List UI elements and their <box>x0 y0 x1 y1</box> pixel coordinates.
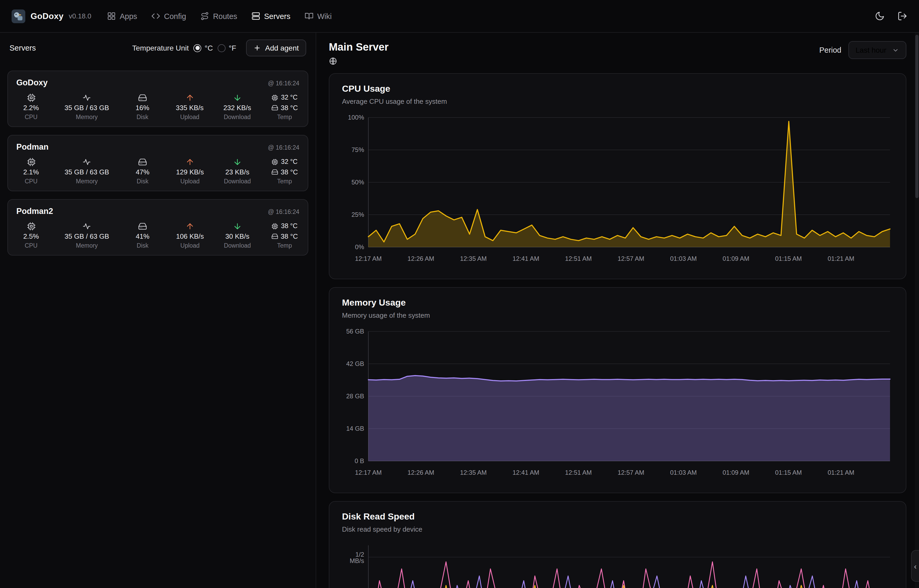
download-label: Download <box>224 114 250 120</box>
godoxy-logo <box>11 9 25 23</box>
disk-temp-icon <box>271 169 278 176</box>
cpu-label: CPU <box>25 242 38 249</box>
nav-item-routes[interactable]: Routes <box>200 11 237 21</box>
server-stats: 2.5% CPU 35 GB / 63 GB Memory 41% Disk <box>16 221 299 249</box>
stat-memory: 35 GB / 63 GB Memory <box>65 221 109 249</box>
cpu-chip-icon <box>27 221 36 231</box>
server-card-header: Podman2 @ 16:16:24 <box>16 207 299 216</box>
layout: Servers Temperature Unit °C °F <box>0 33 919 588</box>
cpu-value: 2.5% <box>23 231 39 241</box>
server-card[interactable]: Podman2 @ 16:16:24 2.5% CPU 35 GB / 63 G… <box>7 199 308 255</box>
memory-label: Memory <box>76 114 98 120</box>
svg-text:1/2MB/s: 1/2MB/s <box>350 551 364 564</box>
download-value: 30 KB/s <box>225 231 249 241</box>
svg-text:0%: 0% <box>355 244 364 250</box>
stat-download: 232 KB/s Download <box>223 92 251 120</box>
disk-value: 41% <box>136 231 149 241</box>
apps-grid-icon <box>107 11 116 21</box>
panel-collapse-handle[interactable]: ‹ <box>911 550 919 582</box>
godoxy-app: GoDoxy v0.18.0 Apps Config Routes <box>0 0 919 588</box>
page-title: Main Server <box>329 41 389 53</box>
svg-text:12:41 AM: 12:41 AM <box>512 255 539 262</box>
stat-temp: 38 °C 38 °C Temp <box>271 221 298 249</box>
stat-cpu: 2.1% CPU <box>18 157 45 184</box>
memory-value: 35 GB / 63 GB <box>65 167 109 177</box>
server-stats: 2.1% CPU 35 GB / 63 GB Memory 47% Disk <box>16 157 299 184</box>
stat-cpu: 2.2% CPU <box>18 92 45 120</box>
brand[interactable]: GoDoxy v0.18.0 <box>11 9 91 23</box>
brand-version: v0.18.0 <box>69 12 91 20</box>
svg-text:42 GB: 42 GB <box>346 360 364 367</box>
add-agent-button[interactable]: Add agent <box>246 39 306 57</box>
radio-celsius[interactable] <box>194 44 202 52</box>
activity-icon <box>82 221 91 231</box>
temperature-unit-group: Temperature Unit °C °F Add agent <box>132 39 306 57</box>
nav-item-config[interactable]: Config <box>152 11 186 21</box>
period-value: Last hour <box>856 46 886 54</box>
server-card[interactable]: GoDoxy @ 16:16:24 2.2% CPU 35 GB / 63 GB… <box>7 71 308 127</box>
server-card[interactable]: Podman @ 16:16:24 2.1% CPU 35 GB / 63 GB… <box>7 135 308 191</box>
nav-item-servers[interactable]: Servers <box>251 11 290 21</box>
download-label: Download <box>224 178 251 184</box>
globe-icon[interactable] <box>329 57 338 65</box>
cpu-temp-icon <box>271 158 278 165</box>
svg-text:01:09 AM: 01:09 AM <box>723 469 749 476</box>
svg-text:14 GB: 14 GB <box>346 425 364 432</box>
stat-disk: 16% Disk <box>129 92 156 120</box>
svg-text:12:35 AM: 12:35 AM <box>460 255 487 262</box>
period-label: Period <box>819 46 841 54</box>
cpu-temp-value: 32 °C <box>281 158 298 165</box>
cpu-chip-icon <box>27 157 36 167</box>
server-name: GoDoxy <box>16 78 48 87</box>
period-select[interactable]: Last hour <box>848 41 906 59</box>
navbar: GoDoxy v0.18.0 Apps Config Routes <box>0 0 919 33</box>
radio-fahrenheit[interactable] <box>218 44 226 52</box>
nav-item-apps[interactable]: Apps <box>107 11 137 21</box>
add-agent-label: Add agent <box>265 44 299 52</box>
cpu-label: CPU <box>25 114 38 120</box>
disk-temp-icon <box>271 104 278 111</box>
cpu-value: 2.1% <box>23 167 39 177</box>
svg-text:56 GB: 56 GB <box>346 328 364 335</box>
server-timestamp: @ 16:16:24 <box>268 144 299 151</box>
svg-text:75%: 75% <box>352 146 364 153</box>
hard-drive-icon <box>138 221 147 231</box>
memory-value: 35 GB / 63 GB <box>65 231 109 241</box>
disk-temp-icon <box>271 233 278 240</box>
stat-upload: 335 KB/s Upload <box>176 92 204 120</box>
nav-label: Apps <box>120 12 137 20</box>
nav-label: Servers <box>264 12 290 20</box>
theme-toggle-moon-icon[interactable] <box>875 11 885 21</box>
svg-text:50%: 50% <box>352 179 364 186</box>
hard-drive-icon <box>138 92 147 103</box>
disk-temp-value: 38 °C <box>281 104 298 112</box>
svg-text:12:57 AM: 12:57 AM <box>618 255 644 262</box>
svg-text:0 B: 0 B <box>355 457 364 464</box>
cpu-chip-icon <box>27 92 36 103</box>
temp-unit-celsius-radio[interactable]: °C <box>194 44 213 52</box>
server-name: Podman2 <box>16 207 53 216</box>
hard-drive-icon <box>138 157 147 167</box>
temperature-unit-label: Temperature Unit <box>132 44 189 52</box>
upload-label: Upload <box>181 178 200 184</box>
server-stats: 2.2% CPU 35 GB / 63 GB Memory 16% Disk <box>16 92 299 120</box>
logout-icon[interactable] <box>897 11 908 21</box>
disk-read-speed-chart: 1/2MB/s <box>342 540 893 588</box>
main-nav: Apps Config Routes Servers <box>107 11 332 21</box>
chart-subtitle: Disk read speed by device <box>342 525 893 533</box>
stat-disk: 41% Disk <box>129 221 156 249</box>
temp-unit-fahrenheit-radio[interactable]: °F <box>218 44 236 52</box>
upload-label: Upload <box>181 242 200 249</box>
arrow-down-icon <box>233 221 242 231</box>
svg-text:01:15 AM: 01:15 AM <box>775 469 802 476</box>
cpu-temp-icon <box>271 223 278 229</box>
stat-download: 30 KB/s Download <box>224 221 251 249</box>
stat-temp: 32 °C 38 °C Temp <box>271 157 298 184</box>
chart-subtitle: Average CPU usage of the system <box>342 97 893 105</box>
server-card-header: GoDoxy @ 16:16:24 <box>16 78 299 87</box>
upload-value: 335 KB/s <box>176 103 204 113</box>
scrollbar-thumb[interactable] <box>915 35 919 198</box>
nav-item-wiki[interactable]: Wiki <box>305 11 332 21</box>
upload-value: 106 KB/s <box>176 231 204 241</box>
nav-label: Routes <box>213 12 237 20</box>
